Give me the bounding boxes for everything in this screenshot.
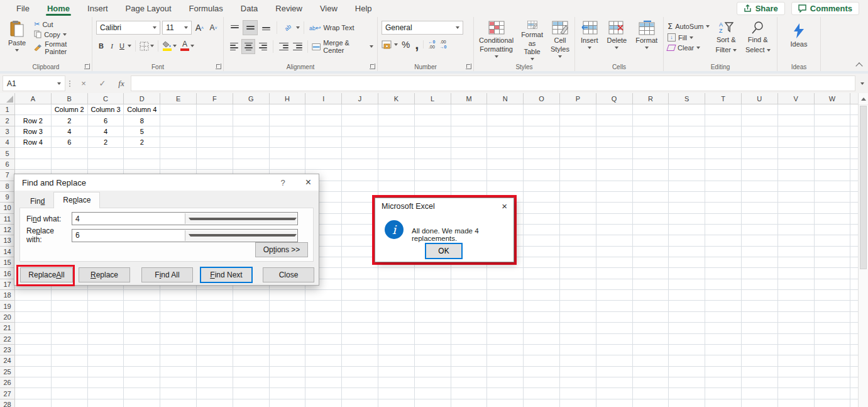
- cell-L3[interactable]: [415, 126, 451, 137]
- cell-S15[interactable]: [669, 257, 705, 268]
- cell-S18[interactable]: [669, 290, 705, 301]
- cell-V18[interactable]: [778, 290, 815, 301]
- cell-K20[interactable]: [378, 312, 415, 323]
- fill-color-button[interactable]: [162, 41, 172, 51]
- cell-K27[interactable]: [378, 388, 415, 399]
- cell-S24[interactable]: [669, 355, 705, 366]
- cell-M25[interactable]: [451, 367, 488, 377]
- shrink-font-button[interactable]: A˅: [207, 21, 219, 35]
- cell-F1[interactable]: [197, 104, 233, 115]
- cell-G21[interactable]: [233, 323, 270, 333]
- cell-T23[interactable]: [705, 345, 742, 355]
- cell-O3[interactable]: [524, 126, 560, 137]
- cell-N28[interactable]: [487, 399, 524, 407]
- cell-W14[interactable]: [815, 247, 851, 257]
- cell-U23[interactable]: [742, 345, 778, 355]
- cell-J25[interactable]: [342, 367, 378, 377]
- cell-W18[interactable]: [815, 290, 851, 301]
- cell-E24[interactable]: [160, 355, 197, 366]
- cell-T3[interactable]: [705, 126, 742, 137]
- cell-T6[interactable]: [705, 159, 742, 170]
- cell-V28[interactable]: [778, 399, 815, 407]
- cell-N6[interactable]: [487, 159, 524, 170]
- cell-H1[interactable]: [270, 104, 306, 115]
- cell-B18[interactable]: [52, 290, 88, 301]
- cell-P3[interactable]: [560, 126, 596, 137]
- cell-V3[interactable]: [778, 126, 815, 137]
- col-header-P[interactable]: P: [560, 93, 596, 104]
- col-header-F[interactable]: F: [197, 93, 233, 104]
- cell-W10[interactable]: [815, 203, 851, 213]
- cell-R8[interactable]: [633, 181, 669, 192]
- cell-A3[interactable]: Row 3: [15, 126, 52, 137]
- cell-O20[interactable]: [524, 312, 560, 323]
- cell-J18[interactable]: [342, 290, 378, 301]
- cell-A18[interactable]: [15, 290, 52, 301]
- cell-F21[interactable]: [197, 323, 233, 333]
- cell-N17[interactable]: [487, 279, 524, 290]
- cell-I3[interactable]: [305, 126, 342, 137]
- cell-A19[interactable]: [15, 301, 52, 311]
- cell-F27[interactable]: [197, 388, 233, 399]
- row-header-4[interactable]: 4: [0, 137, 15, 148]
- col-header-W[interactable]: W: [815, 93, 851, 104]
- cell-H22[interactable]: [270, 334, 306, 345]
- cell-I22[interactable]: [305, 334, 342, 345]
- cell-D21[interactable]: [124, 323, 160, 333]
- cell-K17[interactable]: [378, 279, 415, 290]
- cell-H18[interactable]: [270, 290, 306, 301]
- cell-I24[interactable]: [305, 355, 342, 366]
- cell-D3[interactable]: 5: [124, 126, 160, 137]
- cell-L4[interactable]: [415, 137, 451, 148]
- ok-button[interactable]: OK: [425, 243, 463, 259]
- cell-styles-button[interactable]: Cell Styles: [547, 19, 573, 62]
- cell-P14[interactable]: [560, 247, 596, 257]
- cell-D26[interactable]: [124, 377, 160, 388]
- cell-P15[interactable]: [560, 257, 596, 268]
- cell-N1[interactable]: [487, 104, 524, 115]
- cell-C22[interactable]: [88, 334, 124, 345]
- cell-L22[interactable]: [415, 334, 451, 345]
- cell-G1[interactable]: [233, 104, 270, 115]
- cell-S9[interactable]: [669, 192, 705, 203]
- cell-I28[interactable]: [305, 399, 342, 407]
- merge-center-button[interactable]: Merge & Center: [312, 39, 373, 54]
- cell-I26[interactable]: [305, 377, 342, 388]
- cell-T19[interactable]: [705, 301, 742, 311]
- cell-O14[interactable]: [524, 247, 560, 257]
- cell-U10[interactable]: [742, 203, 778, 213]
- cell-S25[interactable]: [669, 367, 705, 377]
- cell-P21[interactable]: [560, 323, 596, 333]
- cell-L27[interactable]: [415, 388, 451, 399]
- cell-F26[interactable]: [197, 377, 233, 388]
- cell-S6[interactable]: [669, 159, 705, 170]
- cell-I5[interactable]: [305, 148, 342, 159]
- row-header-22[interactable]: 22: [0, 334, 15, 345]
- cell-T17[interactable]: [705, 279, 742, 290]
- cell-T11[interactable]: [705, 214, 742, 225]
- cell-R4[interactable]: [633, 137, 669, 148]
- cell-O5[interactable]: [524, 148, 560, 159]
- cell-W28[interactable]: [815, 399, 851, 407]
- cell-K28[interactable]: [378, 399, 415, 407]
- cell-W5[interactable]: [815, 148, 851, 159]
- col-header-O[interactable]: O: [524, 93, 560, 104]
- fill-button[interactable]: ↓ Fill: [667, 33, 710, 42]
- cell-W21[interactable]: [815, 323, 851, 333]
- cell-O26[interactable]: [524, 377, 560, 388]
- row-header-20[interactable]: 20: [0, 312, 15, 323]
- cell-R23[interactable]: [633, 345, 669, 355]
- cell-Q9[interactable]: [596, 192, 633, 203]
- cell-Q20[interactable]: [596, 312, 633, 323]
- cell-B22[interactable]: [52, 334, 88, 345]
- cell-S10[interactable]: [669, 203, 705, 213]
- cell-P9[interactable]: [560, 192, 596, 203]
- cell-E26[interactable]: [160, 377, 197, 388]
- cell-V14[interactable]: [778, 247, 815, 257]
- cell-W19[interactable]: [815, 301, 851, 311]
- cell-R24[interactable]: [633, 355, 669, 366]
- cell-E19[interactable]: [160, 301, 197, 311]
- cell-V9[interactable]: [778, 192, 815, 203]
- cell-C25[interactable]: [88, 367, 124, 377]
- borders-dropdown-icon[interactable]: [150, 45, 154, 47]
